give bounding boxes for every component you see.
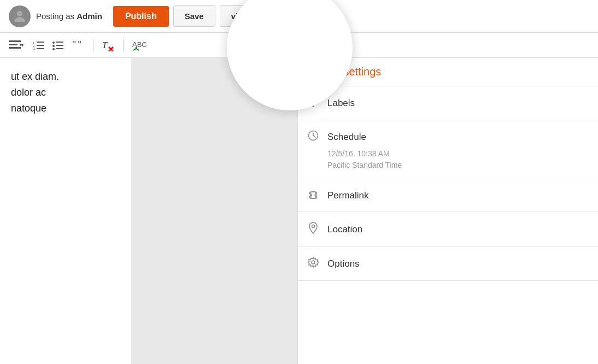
clock-icon [307, 130, 320, 144]
svg-point-28 [312, 225, 315, 228]
link-icon [307, 189, 320, 202]
toolbar-divider [93, 39, 93, 52]
svg-text:3.: 3. [33, 47, 36, 50]
svg-rect-16 [56, 48, 63, 49]
svg-text:T: T [102, 40, 108, 50]
sidebar: ▼ Post settings Labels Schedule [297, 58, 598, 364]
svg-text:": " [72, 40, 76, 50]
schedule-date: 12/5/16, 10:38 AM [327, 148, 589, 160]
unordered-list-icon[interactable] [50, 39, 66, 52]
avatar [9, 5, 31, 27]
toolbar-divider-2 [123, 39, 124, 52]
svg-point-15 [52, 48, 55, 50]
svg-rect-10 [37, 48, 44, 49]
location-icon [307, 222, 320, 237]
schedule-label: Schedule [327, 132, 366, 143]
svg-rect-8 [37, 45, 44, 46]
svg-text:ABC: ABC [132, 40, 147, 49]
svg-rect-6 [37, 42, 44, 43]
clear-format-icon[interactable]: T [100, 38, 116, 53]
spellcheck-icon[interactable]: ABC [130, 38, 153, 53]
svg-rect-1 [9, 40, 21, 42]
sidebar-item-schedule[interactable]: Schedule [298, 120, 598, 146]
sidebar-item-labels[interactable]: Labels [298, 86, 598, 120]
publish-button[interactable]: Publish [113, 6, 169, 27]
svg-rect-14 [56, 45, 63, 46]
editor-content: ut ex diam. dolor ac natoque [11, 69, 120, 116]
schedule-timezone: Pacific Standard Time [327, 160, 589, 171]
gear-icon [307, 257, 320, 271]
svg-point-0 [17, 11, 22, 16]
sidebar-item-permalink[interactable]: Permalink [298, 179, 598, 212]
svg-text:": " [78, 40, 81, 50]
svg-point-11 [52, 42, 55, 44]
options-label: Options [327, 259, 360, 269]
posting-as-label: Posting as Admin [36, 11, 102, 21]
editor-paper[interactable]: ut ex diam. dolor ac natoque [0, 58, 131, 364]
labels-label: Labels [327, 98, 355, 109]
svg-rect-12 [56, 42, 63, 43]
ordered-list-icon[interactable]: 1. 2. 3. [31, 39, 46, 52]
save-button[interactable]: Save [173, 5, 215, 27]
permalink-label: Permalink [327, 190, 369, 201]
svg-point-13 [52, 45, 55, 47]
sidebar-item-options[interactable]: Options [298, 247, 598, 281]
svg-point-29 [312, 261, 315, 264]
location-label: Location [327, 224, 362, 235]
svg-line-27 [313, 136, 315, 137]
schedule-sub: 12/5/16, 10:38 AM Pacific Standard Time [298, 146, 598, 179]
editor-area: ut ex diam. dolor ac natoque [0, 58, 297, 364]
svg-rect-3 [9, 47, 21, 49]
sidebar-item-location[interactable]: Location [298, 212, 598, 247]
align-icon[interactable]: ▾ [7, 39, 26, 52]
blockquote-icon[interactable]: " " [70, 39, 86, 52]
svg-rect-2 [9, 44, 17, 45]
